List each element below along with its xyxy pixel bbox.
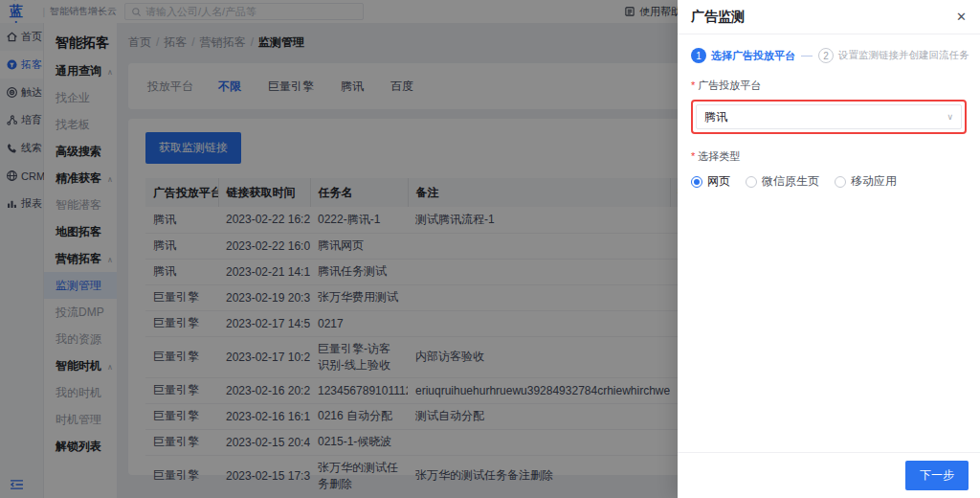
required-mark: * <box>691 150 695 162</box>
stepper: 1 选择广告投放平台 2 设置监测链接并创建回流任务 <box>691 48 967 63</box>
platform-field-label: *广告投放平台 <box>691 79 967 93</box>
step-2-circle: 2 <box>818 48 834 63</box>
type-radio-0[interactable]: 网页 <box>691 173 730 190</box>
required-mark: * <box>691 79 695 91</box>
type-field: *选择类型 网页微信原生页移动应用 <box>691 149 967 190</box>
type-radio-1[interactable]: 微信原生页 <box>746 173 819 190</box>
ad-monitor-drawer: 广告监测 ✕ 1 选择广告投放平台 2 设置监测链接并创建回流任务 *广告投放平… <box>678 0 980 498</box>
close-icon[interactable]: ✕ <box>956 11 967 23</box>
platform-select-value: 腾讯 <box>704 109 727 125</box>
radio-label: 微信原生页 <box>762 173 819 190</box>
next-step-button[interactable]: 下一步 <box>905 461 969 490</box>
drawer-footer: 下一步 <box>678 452 980 498</box>
type-radio-2[interactable]: 移动应用 <box>835 173 897 190</box>
radio-selected-icon <box>691 176 702 188</box>
drawer-title: 广告监测 <box>691 9 745 26</box>
tour-highlight-box: 腾讯 ∨ <box>691 100 967 134</box>
radio-label: 移动应用 <box>851 173 897 190</box>
chevron-down-icon: ∨ <box>947 112 953 122</box>
drawer-body: 1 选择广告投放平台 2 设置监测链接并创建回流任务 *广告投放平台 腾讯 ∨ … <box>678 34 980 452</box>
platform-select[interactable]: 腾讯 ∨ <box>696 104 962 129</box>
step-1-label: 选择广告投放平台 <box>711 49 795 63</box>
drawer-header: 广告监测 ✕ <box>678 0 980 34</box>
type-radio-group: 网页微信原生页移动应用 <box>691 173 967 190</box>
type-field-label: *选择类型 <box>691 149 967 164</box>
step-2-label: 设置监测链接并创建回流任务 <box>838 49 969 62</box>
step-1-circle: 1 <box>691 48 706 63</box>
radio-label: 网页 <box>707 173 730 190</box>
drawer-mask-overlay[interactable] <box>0 0 678 498</box>
radio-icon <box>835 176 846 188</box>
radio-icon <box>746 176 757 188</box>
platform-field: *广告投放平台 腾讯 ∨ <box>691 79 967 134</box>
step-connector-line <box>801 56 813 57</box>
